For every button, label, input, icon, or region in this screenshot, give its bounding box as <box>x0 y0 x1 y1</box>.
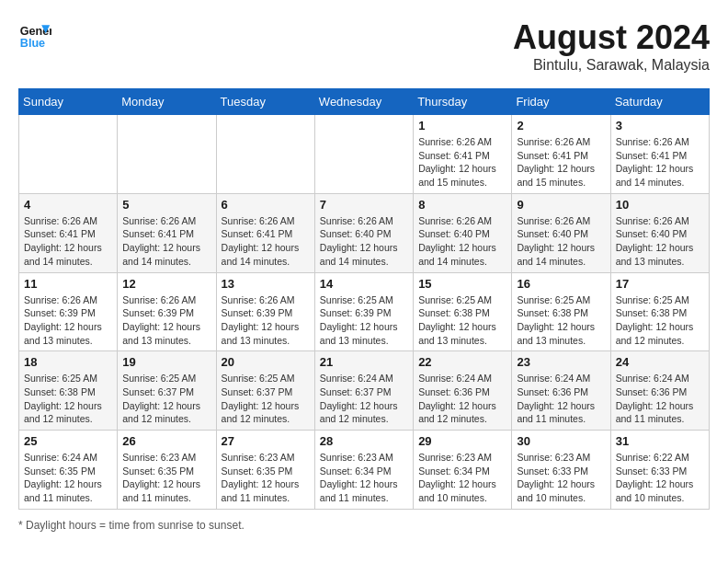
header-row: Sunday Monday Tuesday Wednesday Thursday… <box>19 89 710 115</box>
calendar-cell <box>19 115 118 194</box>
calendar-cell <box>118 115 216 194</box>
day-info: Sunrise: 6:25 AMSunset: 6:38 PMDaylight:… <box>24 372 112 426</box>
day-number: 7 <box>320 198 408 212</box>
day-number: 6 <box>222 198 310 212</box>
day-number: 29 <box>418 434 506 448</box>
day-info: Sunrise: 6:25 AMSunset: 6:38 PMDaylight:… <box>616 293 704 348</box>
calendar-cell: 13 Sunrise: 6:26 AMSunset: 6:39 PMDaylig… <box>216 272 314 351</box>
day-info: Sunrise: 6:24 AMSunset: 6:35 PMDaylight:… <box>24 451 112 505</box>
day-number: 21 <box>320 355 408 369</box>
calendar-cell: 5 Sunrise: 6:26 AMSunset: 6:41 PMDayligh… <box>118 193 216 272</box>
calendar-table: Sunday Monday Tuesday Wednesday Thursday… <box>18 88 710 510</box>
calendar-cell: 23 Sunrise: 6:24 AMSunset: 6:36 PMDaylig… <box>512 351 610 431</box>
day-number: 22 <box>418 355 506 369</box>
day-info: Sunrise: 6:26 AMSunset: 6:39 PMDaylight:… <box>222 293 310 348</box>
day-info: Sunrise: 6:25 AMSunset: 6:38 PMDaylight:… <box>517 293 605 348</box>
day-number: 5 <box>122 198 210 212</box>
day-info: Sunrise: 6:26 AMSunset: 6:40 PMDaylight:… <box>320 214 408 269</box>
week-row-4: 18 Sunrise: 6:25 AMSunset: 6:38 PMDaylig… <box>19 351 710 431</box>
calendar-cell: 9 Sunrise: 6:26 AMSunset: 6:40 PMDayligh… <box>512 193 610 272</box>
day-number: 11 <box>24 277 112 291</box>
calendar-cell: 14 Sunrise: 6:25 AMSunset: 6:39 PMDaylig… <box>314 272 413 351</box>
day-info: Sunrise: 6:24 AMSunset: 6:36 PMDaylight:… <box>616 372 704 426</box>
day-number: 16 <box>517 277 605 291</box>
calendar-cell: 1 Sunrise: 6:26 AMSunset: 6:41 PMDayligh… <box>414 115 512 194</box>
day-info: Sunrise: 6:25 AMSunset: 6:37 PMDaylight:… <box>122 372 210 426</box>
day-number: 15 <box>418 277 506 291</box>
calendar-cell: 22 Sunrise: 6:24 AMSunset: 6:36 PMDaylig… <box>414 351 512 431</box>
calendar-cell: 20 Sunrise: 6:25 AMSunset: 6:37 PMDaylig… <box>216 351 314 431</box>
calendar-cell: 19 Sunrise: 6:25 AMSunset: 6:37 PMDaylig… <box>118 351 216 431</box>
day-number: 31 <box>616 434 704 448</box>
day-info: Sunrise: 6:23 AMSunset: 6:34 PMDaylight:… <box>418 451 506 505</box>
day-info: Sunrise: 6:24 AMSunset: 6:36 PMDaylight:… <box>418 372 506 426</box>
day-number: 26 <box>122 434 210 448</box>
col-wednesday: Wednesday <box>314 89 413 115</box>
day-number: 25 <box>24 434 112 448</box>
header: General Blue August 2024 Bintulu, Sarawa… <box>18 18 710 74</box>
day-number: 18 <box>24 355 112 369</box>
day-info: Sunrise: 6:23 AMSunset: 6:34 PMDaylight:… <box>320 451 408 505</box>
day-info: Sunrise: 6:26 AMSunset: 6:41 PMDaylight:… <box>418 135 506 190</box>
calendar-cell: 6 Sunrise: 6:26 AMSunset: 6:41 PMDayligh… <box>216 193 314 272</box>
day-info: Sunrise: 6:25 AMSunset: 6:38 PMDaylight:… <box>418 293 506 348</box>
calendar-cell: 16 Sunrise: 6:25 AMSunset: 6:38 PMDaylig… <box>512 272 610 351</box>
col-thursday: Thursday <box>414 89 512 115</box>
col-saturday: Saturday <box>610 89 709 115</box>
calendar-cell: 17 Sunrise: 6:25 AMSunset: 6:38 PMDaylig… <box>610 272 709 351</box>
calendar-cell: 15 Sunrise: 6:25 AMSunset: 6:38 PMDaylig… <box>414 272 512 351</box>
day-number: 14 <box>320 277 408 291</box>
day-number: 23 <box>517 355 605 369</box>
day-number: 17 <box>616 277 704 291</box>
day-number: 3 <box>616 119 704 132</box>
footer-note: * Daylight hours = time from sunrise to … <box>18 519 710 532</box>
day-number: 30 <box>517 434 605 448</box>
col-sunday: Sunday <box>19 89 118 115</box>
day-info: Sunrise: 6:26 AMSunset: 6:40 PMDaylight:… <box>517 214 605 269</box>
day-number: 12 <box>122 277 210 291</box>
calendar-cell: 3 Sunrise: 6:26 AMSunset: 6:41 PMDayligh… <box>610 115 709 194</box>
week-row-3: 11 Sunrise: 6:26 AMSunset: 6:39 PMDaylig… <box>19 272 710 351</box>
col-monday: Monday <box>118 89 216 115</box>
day-info: Sunrise: 6:25 AMSunset: 6:37 PMDaylight:… <box>222 372 310 426</box>
day-info: Sunrise: 6:26 AMSunset: 6:39 PMDaylight:… <box>122 293 210 348</box>
day-info: Sunrise: 6:23 AMSunset: 6:35 PMDaylight:… <box>122 451 210 505</box>
calendar-cell: 26 Sunrise: 6:23 AMSunset: 6:35 PMDaylig… <box>118 431 216 510</box>
calendar-cell: 8 Sunrise: 6:26 AMSunset: 6:40 PMDayligh… <box>414 193 512 272</box>
calendar-cell: 30 Sunrise: 6:23 AMSunset: 6:33 PMDaylig… <box>512 431 610 510</box>
logo-icon: General Blue <box>18 18 51 52</box>
day-info: Sunrise: 6:26 AMSunset: 6:40 PMDaylight:… <box>616 214 704 269</box>
location: Bintulu, Sarawak, Malaysia <box>513 57 710 74</box>
day-info: Sunrise: 6:22 AMSunset: 6:33 PMDaylight:… <box>616 451 704 505</box>
day-info: Sunrise: 6:25 AMSunset: 6:39 PMDaylight:… <box>320 293 408 348</box>
calendar-cell: 4 Sunrise: 6:26 AMSunset: 6:41 PMDayligh… <box>19 193 118 272</box>
day-info: Sunrise: 6:26 AMSunset: 6:41 PMDaylight:… <box>222 214 310 269</box>
day-number: 9 <box>517 198 605 212</box>
week-row-1: 1 Sunrise: 6:26 AMSunset: 6:41 PMDayligh… <box>19 115 710 194</box>
calendar-cell: 11 Sunrise: 6:26 AMSunset: 6:39 PMDaylig… <box>19 272 118 351</box>
day-info: Sunrise: 6:26 AMSunset: 6:39 PMDaylight:… <box>24 293 112 348</box>
day-number: 24 <box>616 355 704 369</box>
calendar-cell: 29 Sunrise: 6:23 AMSunset: 6:34 PMDaylig… <box>414 431 512 510</box>
day-info: Sunrise: 6:24 AMSunset: 6:37 PMDaylight:… <box>320 372 408 426</box>
day-number: 13 <box>222 277 310 291</box>
calendar-cell: 25 Sunrise: 6:24 AMSunset: 6:35 PMDaylig… <box>19 431 118 510</box>
calendar-cell: 18 Sunrise: 6:25 AMSunset: 6:38 PMDaylig… <box>19 351 118 431</box>
calendar-cell: 2 Sunrise: 6:26 AMSunset: 6:41 PMDayligh… <box>512 115 610 194</box>
calendar-cell: 28 Sunrise: 6:23 AMSunset: 6:34 PMDaylig… <box>314 431 413 510</box>
title-area: August 2024 Bintulu, Sarawak, Malaysia <box>513 18 710 74</box>
week-row-5: 25 Sunrise: 6:24 AMSunset: 6:35 PMDaylig… <box>19 431 710 510</box>
calendar-cell: 24 Sunrise: 6:24 AMSunset: 6:36 PMDaylig… <box>610 351 709 431</box>
calendar-cell: 21 Sunrise: 6:24 AMSunset: 6:37 PMDaylig… <box>314 351 413 431</box>
day-info: Sunrise: 6:23 AMSunset: 6:33 PMDaylight:… <box>517 451 605 505</box>
day-number: 4 <box>24 198 112 212</box>
day-info: Sunrise: 6:24 AMSunset: 6:36 PMDaylight:… <box>517 372 605 426</box>
day-number: 19 <box>122 355 210 369</box>
month-title: August 2024 <box>513 18 710 57</box>
day-number: 2 <box>517 119 605 132</box>
calendar-cell <box>216 115 314 194</box>
day-info: Sunrise: 6:26 AMSunset: 6:41 PMDaylight:… <box>616 135 704 190</box>
calendar-cell: 31 Sunrise: 6:22 AMSunset: 6:33 PMDaylig… <box>610 431 709 510</box>
day-number: 1 <box>418 119 506 132</box>
week-row-2: 4 Sunrise: 6:26 AMSunset: 6:41 PMDayligh… <box>19 193 710 272</box>
